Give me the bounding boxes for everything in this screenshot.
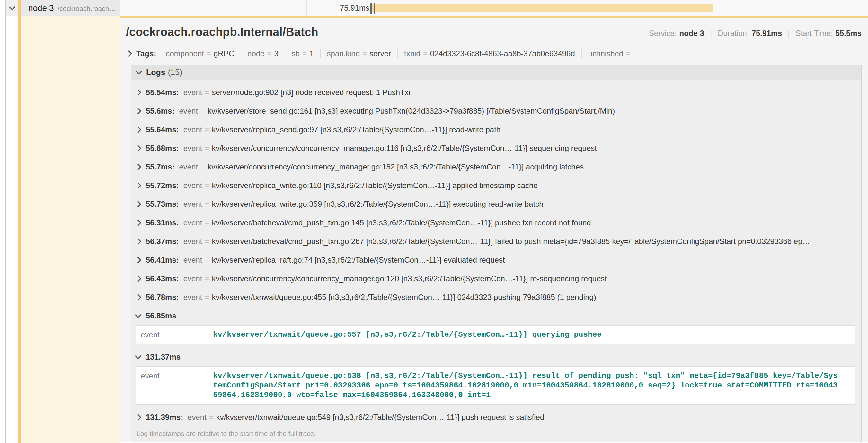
chevron-right-icon[interactable] bbox=[135, 127, 141, 133]
tag-item: span.kind=server bbox=[320, 49, 398, 58]
log-row[interactable]: 55.7ms: event = kv/kvserver/concurrency/… bbox=[131, 158, 861, 176]
duration-label: Duration: bbox=[718, 29, 749, 38]
logs-count: (15) bbox=[168, 68, 182, 77]
equals-sign: = bbox=[200, 107, 205, 115]
equals-sign: = bbox=[205, 200, 209, 209]
log-timestamp: 55.54ms: bbox=[146, 88, 179, 97]
chevron-right-icon[interactable] bbox=[135, 182, 141, 189]
log-field-name: event bbox=[183, 144, 203, 153]
log-row[interactable]: 56.31ms: event = kv/kvserver/batcheval/c… bbox=[131, 213, 861, 232]
chevron-right-icon[interactable] bbox=[135, 294, 141, 301]
tag-item: sb=1 bbox=[285, 49, 320, 58]
log-field-value: kv/kvserver/txnwait/queue.go:538 [n3,s3,… bbox=[213, 371, 839, 400]
log-row[interactable]: 56.41ms: event = kv/kvserver/replica_raf… bbox=[131, 251, 861, 269]
log-field-name: event bbox=[183, 200, 203, 209]
log-field-value: kv/kvserver/replica_raft.go:74 [n3,s3,r6… bbox=[212, 255, 505, 265]
log-timestamp: 56.85ms bbox=[146, 311, 176, 320]
tag-item: component=gRPC bbox=[159, 49, 241, 58]
tag-value: gRPC bbox=[214, 49, 234, 58]
tag-key: sb bbox=[292, 49, 300, 58]
chevron-right-icon[interactable] bbox=[135, 238, 141, 245]
log-field-value: kv/kvserver/batcheval/cmd_push_txn.go:26… bbox=[212, 237, 810, 246]
equals-sign: = bbox=[205, 218, 209, 227]
equals-sign: = bbox=[209, 413, 214, 422]
span-timeline[interactable]: 75.91ms bbox=[120, 0, 868, 16]
chevron-right-icon[interactable] bbox=[135, 219, 141, 226]
log-row[interactable]: 55.54ms: event = server/node.go:902 [n3]… bbox=[131, 83, 861, 102]
log-timestamp: 55.64ms: bbox=[146, 125, 179, 134]
log-row[interactable]: 56.37ms: event = kv/kvserver/batcheval/c… bbox=[131, 232, 861, 251]
equals-sign: = bbox=[362, 49, 367, 58]
start-time-value: 55.5ms bbox=[836, 29, 862, 38]
log-timestamp: 131.39ms: bbox=[146, 413, 183, 422]
span-row[interactable]: node 3/cockroach.roach… 75.91ms bbox=[0, 0, 868, 16]
tag-key: txnid bbox=[404, 49, 421, 58]
log-marker-tick bbox=[377, 3, 377, 14]
chevron-right-icon[interactable] bbox=[135, 145, 141, 151]
equals-sign: = bbox=[200, 163, 205, 171]
chevron-down-icon[interactable] bbox=[9, 4, 16, 10]
equals-sign: = bbox=[267, 49, 272, 58]
start-time-label: Start Time: bbox=[796, 29, 833, 38]
log-field-name: event bbox=[183, 237, 203, 246]
span-collapse-control[interactable] bbox=[6, 0, 18, 16]
log-row[interactable]: 131.39ms: event = kv/kvserver/txnwait/qu… bbox=[131, 408, 861, 427]
log-row[interactable]: 55.6ms: event = kv/kvserver/store_send.g… bbox=[131, 102, 861, 121]
chevron-right-icon[interactable] bbox=[126, 50, 132, 57]
equals-sign: = bbox=[626, 49, 630, 58]
logs-header-toggle[interactable]: Logs (15) bbox=[131, 65, 861, 80]
log-field-name: event bbox=[183, 293, 203, 302]
log-marker-tick bbox=[370, 3, 371, 14]
span-duration-label: 75.91ms bbox=[289, 0, 369, 16]
tag-item: txnid=024d3323-6c8f-4863-aa8b-37ab0e6349… bbox=[398, 49, 582, 58]
tag-value: 024d3323-6c8f-4863-aa8b-37ab0e63496d bbox=[430, 49, 575, 58]
tag-value: 3 bbox=[274, 49, 278, 58]
log-entry-expanded: 56.85ms event kv/kvserver/txnwait/queue.… bbox=[131, 307, 861, 344]
log-field-value: kv/kvserver/txnwait/queue.go:549 [n3,s3,… bbox=[216, 413, 544, 422]
log-row[interactable]: 55.68ms: event = kv/kvserver/concurrency… bbox=[131, 139, 861, 158]
tag-key: component bbox=[166, 49, 204, 58]
log-field-name: event bbox=[183, 218, 203, 227]
log-entry-toggle[interactable]: 56.85ms bbox=[131, 307, 861, 325]
log-row[interactable]: 55.72ms: event = kv/kvserver/replica_wri… bbox=[131, 176, 861, 195]
equals-sign: = bbox=[205, 274, 209, 283]
log-marker-tick bbox=[371, 3, 372, 14]
chevron-down-icon[interactable] bbox=[135, 68, 142, 74]
log-field-value: kv/kvserver/replica_write.go:359 [n3,s3,… bbox=[212, 200, 543, 209]
meta-divider: | bbox=[788, 29, 789, 38]
tag-key: span.kind bbox=[327, 49, 360, 58]
equals-sign: = bbox=[207, 49, 211, 58]
chevron-down-icon[interactable] bbox=[135, 312, 141, 318]
chevron-right-icon[interactable] bbox=[135, 89, 141, 96]
tag-item: node=3 bbox=[241, 49, 285, 58]
log-fields-table: event kv/kvserver/txnwait/queue.go:538 [… bbox=[136, 366, 855, 405]
chevron-right-icon[interactable] bbox=[135, 164, 141, 170]
span-duration-bar[interactable] bbox=[372, 4, 713, 12]
chevron-right-icon[interactable] bbox=[135, 275, 141, 282]
log-row[interactable]: 56.78ms: event = kv/kvserver/txnwait/que… bbox=[131, 288, 861, 307]
trace-timeline-view: node 3/cockroach.roach… 75.91ms /cockroa… bbox=[0, 0, 868, 443]
log-field-name: event bbox=[183, 255, 203, 265]
span-children-panel bbox=[21, 16, 120, 443]
log-entry-toggle[interactable]: 131.37ms bbox=[131, 348, 861, 366]
meta-divider: | bbox=[710, 29, 712, 38]
tags-toggle[interactable]: Tags: component=gRPC node=3 sb=1 span.ki… bbox=[126, 44, 862, 62]
chevron-right-icon[interactable] bbox=[135, 257, 141, 263]
log-row[interactable]: 56.43ms: event = kv/kvserver/concurrency… bbox=[131, 269, 861, 288]
log-timestamp: 56.41ms: bbox=[146, 255, 179, 265]
log-row[interactable]: 55.73ms: event = kv/kvserver/replica_wri… bbox=[131, 195, 861, 213]
tag-key: unfinished bbox=[588, 49, 623, 58]
tag-value: server bbox=[369, 49, 391, 58]
span-name-cell[interactable]: node 3/cockroach.roach… bbox=[21, 0, 120, 16]
chevron-right-icon[interactable] bbox=[135, 108, 141, 114]
chevron-right-icon[interactable] bbox=[135, 414, 141, 420]
log-field-value: kv/kvserver/replica_write.go:110 [n3,s3,… bbox=[212, 181, 537, 190]
chevron-down-icon[interactable] bbox=[135, 353, 141, 359]
span-end-marker bbox=[713, 2, 713, 15]
span-detail-panel: /cockroach.roachpb.Internal/Batch Servic… bbox=[120, 16, 868, 442]
span-meta: Service:node 3|Duration:75.91ms|Start Ti… bbox=[649, 29, 862, 38]
chevron-right-icon[interactable] bbox=[135, 201, 141, 207]
log-field-name: event bbox=[141, 371, 213, 381]
log-marker-tick bbox=[374, 3, 375, 14]
log-row[interactable]: 55.64ms: event = kv/kvserver/replica_sen… bbox=[131, 121, 861, 139]
